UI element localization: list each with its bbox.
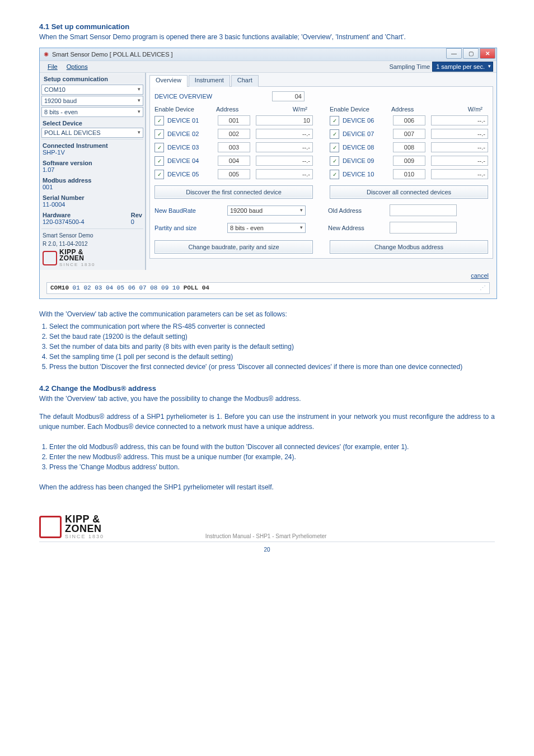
- device-count: 04: [272, 91, 305, 101]
- old-address-input[interactable]: [390, 204, 457, 216]
- main-panel: Overview Instrument Chart DEVICE OVERVIE…: [146, 73, 496, 270]
- change-baudrate-button[interactable]: Change baudrate, parity and size: [154, 240, 313, 254]
- bits-value: 8 bits - even: [44, 109, 78, 115]
- device-enable-checkbox[interactable]: ✓: [154, 156, 164, 166]
- parity-value: 8 bits - even: [230, 225, 264, 231]
- device-select[interactable]: POLL ALL DEVICES: [41, 128, 143, 138]
- device-enable-checkbox[interactable]: ✓: [330, 170, 339, 179]
- sampling-time-select[interactable]: 1 sample per sec.: [432, 62, 493, 72]
- device-address[interactable]: 002: [218, 129, 250, 139]
- device-value: --.-: [431, 142, 488, 152]
- hardware-value: 120-0374500-4: [41, 218, 130, 227]
- col-enable-right: Enable Device: [330, 106, 391, 113]
- tab-overview[interactable]: Overview: [149, 75, 188, 87]
- device-row: ✓DEVICE 08008--.-: [330, 141, 488, 154]
- discover-first-button[interactable]: Discover the first connected device: [154, 185, 313, 199]
- device-name: DEVICE 10: [343, 171, 393, 178]
- menu-options[interactable]: Options: [62, 62, 92, 71]
- change-modbus-address-button[interactable]: Change Modbus address: [330, 240, 488, 254]
- footer-logo-since: SINCE 1830: [65, 534, 104, 539]
- software-version-value: 1.07: [41, 166, 143, 175]
- bits-select[interactable]: 8 bits - even: [41, 107, 143, 117]
- cancel-link[interactable]: cancel: [43, 271, 493, 281]
- new-address-input[interactable]: [390, 222, 457, 234]
- device-value: --.-: [431, 169, 488, 179]
- device-address[interactable]: 004: [218, 156, 250, 166]
- section-4-2-steps: Enter the old Modbus® address, this can …: [49, 442, 495, 472]
- device-value: --.-: [431, 115, 488, 125]
- old-address-label: Old Address: [328, 207, 390, 214]
- device-enable-checkbox[interactable]: ✓: [330, 129, 339, 139]
- device-address[interactable]: 006: [393, 115, 425, 125]
- connected-instrument-label: Connected Instrument: [41, 141, 143, 149]
- device-name: DEVICE 01: [167, 117, 218, 124]
- baud-select[interactable]: 19200 baud: [41, 96, 143, 106]
- list-item: Enter the new Modbus® address. This must…: [49, 452, 495, 462]
- maximize-button[interactable]: ▢: [463, 48, 479, 59]
- device-address[interactable]: 005: [218, 169, 250, 179]
- col-wm2-left: W/m²: [252, 106, 313, 113]
- serial-number-value: 11-0004: [41, 201, 143, 210]
- status-suffix: POLL 04: [180, 284, 209, 291]
- col-wm2-right: W/m²: [428, 106, 488, 113]
- device-enable-checkbox[interactable]: ✓: [154, 143, 164, 152]
- demo-name: Smart Sensor Demo: [41, 230, 143, 239]
- list-item: Set the sampling time (1 poll per second…: [49, 352, 495, 362]
- com-port-select[interactable]: COM10: [41, 85, 143, 95]
- device-enable-checkbox[interactable]: ✓: [330, 143, 339, 152]
- device-address[interactable]: 009: [393, 156, 425, 166]
- select-device-label: Select Device: [41, 118, 143, 127]
- tab-instrument[interactable]: Instrument: [189, 75, 230, 87]
- tab-chart[interactable]: Chart: [231, 75, 259, 87]
- device-value: --.-: [256, 129, 313, 139]
- device-name: DEVICE 04: [167, 157, 218, 164]
- footer-logo: KIPP & ZONEN SINCE 1830: [39, 515, 104, 539]
- rev-label: Rev: [130, 210, 143, 218]
- new-baud-value: 19200 baud: [230, 207, 263, 214]
- resize-grip-icon[interactable]: ⋰: [480, 284, 486, 292]
- section-4-1-title: 4.1 Set up communication: [39, 22, 495, 31]
- device-name: DEVICE 02: [167, 130, 218, 137]
- section-4-1-intro: When the Smart Sensor Demo program is op…: [39, 32, 495, 42]
- device-value: --.-: [431, 129, 488, 139]
- device-name: DEVICE 03: [167, 144, 218, 151]
- logo-line2: ZONEN: [59, 255, 95, 262]
- minimize-button[interactable]: —: [446, 48, 462, 59]
- overview-paragraph: With the 'Overview' tab active the commu…: [39, 309, 495, 319]
- device-select-value: POLL ALL DEVICES: [44, 129, 101, 136]
- device-value: --.-: [431, 156, 488, 166]
- device-enable-checkbox[interactable]: ✓: [330, 116, 339, 125]
- device-address[interactable]: 007: [393, 129, 425, 139]
- tabs: Overview Instrument Chart: [149, 74, 493, 87]
- device-value: 10: [256, 115, 313, 125]
- titlebar: ✺ Smart Sensor Demo [ POLL ALL DEVICES ]…: [40, 48, 496, 61]
- device-enable-checkbox[interactable]: ✓: [154, 170, 164, 179]
- device-enable-checkbox[interactable]: ✓: [154, 129, 164, 139]
- col-address-left: Address: [216, 106, 252, 113]
- col-enable-left: Enable Device: [154, 106, 216, 113]
- list-item: Press the button 'Discover the first con…: [49, 362, 495, 372]
- new-baud-select[interactable]: 19200 baud: [227, 206, 306, 216]
- footer-logo-line2: ZONEN: [65, 524, 104, 534]
- menu-file[interactable]: File: [43, 62, 62, 71]
- new-address-label: New Address: [328, 225, 390, 231]
- device-enable-checkbox[interactable]: ✓: [154, 116, 164, 125]
- list-item: Enter the old Modbus® address, this can …: [49, 442, 495, 452]
- logo-since: SINCE 1830: [59, 262, 95, 267]
- device-row: ✓DEVICE 09009--.-: [330, 154, 488, 167]
- discover-all-button[interactable]: Discover all connected devices: [330, 185, 488, 199]
- modbus-address-value: 001: [41, 184, 143, 193]
- device-address[interactable]: 008: [393, 142, 425, 152]
- device-address[interactable]: 001: [218, 115, 250, 125]
- parity-select[interactable]: 8 bits - even: [227, 223, 306, 233]
- device-address[interactable]: 003: [218, 142, 250, 152]
- close-button[interactable]: ✕: [480, 48, 495, 59]
- device-row: ✓DEVICE 05005--.-: [154, 167, 313, 181]
- device-enable-checkbox[interactable]: ✓: [330, 156, 339, 166]
- device-address[interactable]: 010: [393, 169, 425, 179]
- new-baud-label: New BaudRate: [154, 207, 227, 214]
- connected-instrument-value: SHP-1V: [41, 149, 143, 158]
- device-row: ✓DEVICE 02002--.-: [154, 127, 313, 141]
- sidebar: Setup communication COM10 19200 baud 8 b…: [40, 73, 146, 270]
- kipp-zonen-logo-icon: [43, 251, 57, 265]
